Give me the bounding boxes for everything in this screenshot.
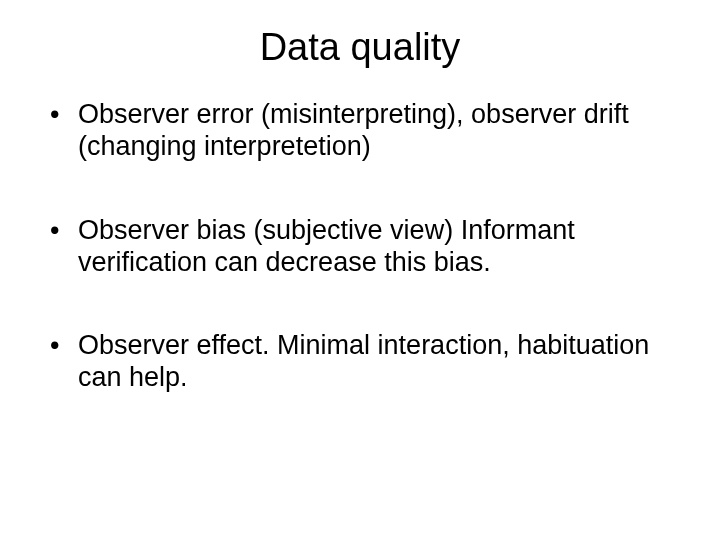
list-item: Observer effect. Minimal interaction, ha…	[50, 330, 670, 394]
slide-title: Data quality	[40, 26, 680, 69]
slide: Data quality Observer error (misinterpre…	[0, 0, 720, 540]
bullet-list: Observer error (misinterpreting), observ…	[40, 99, 680, 446]
list-item: Observer bias (subjective view) Informan…	[50, 215, 670, 279]
list-item: Observer error (misinterpreting), observ…	[50, 99, 670, 163]
